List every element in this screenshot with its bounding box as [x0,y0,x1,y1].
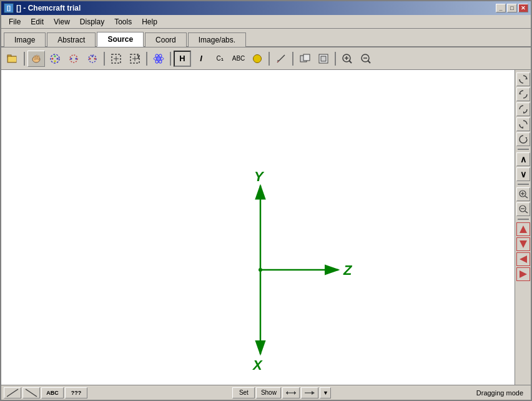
svg-marker-68 [294,391,296,395]
abc-label-button[interactable]: ABC [230,51,247,67]
menu-view[interactable]: View [49,16,75,27]
h-label-button[interactable]: H [174,51,191,67]
svg-point-8 [52,57,54,59]
move-up-button[interactable] [516,222,530,236]
rotate-alt1-button[interactable] [516,102,530,116]
qqq-button[interactable]: ??? [65,387,87,399]
maximize-button[interactable]: □ [507,4,517,12]
move-button[interactable] [84,51,101,67]
separator-3 [146,52,147,66]
arrow-right-status-button[interactable] [301,387,318,399]
svg-point-44 [259,268,262,272]
axes-svg: Y Z X [1,70,515,385]
tab-source[interactable]: Source [97,32,144,47]
main-window: [] [] - Chemcraft trial _ □ ✕ File Edit … [0,0,532,401]
select-button[interactable] [46,51,64,67]
circle-label-button[interactable] [249,51,266,67]
toolbar: H I C₁ ABC [1,47,531,70]
svg-point-13 [71,57,72,59]
separator-1 [24,52,25,66]
svg-marker-63 [520,270,527,278]
rotate-cw-button[interactable] [516,72,530,86]
rotate-ccw-button[interactable] [516,87,530,101]
tab-image[interactable]: Image [4,32,46,47]
svg-marker-52 [525,137,527,139]
svg-marker-62 [520,255,527,263]
box2-button[interactable] [315,51,332,67]
separator-7 [335,52,336,66]
zoom-right-in-button[interactable]: ∧ [516,152,530,166]
c1-label-button[interactable]: C₁ [211,51,229,67]
reset-view-button[interactable] [516,132,530,146]
svg-marker-51 [521,126,523,128]
window-title: [] - Chemcraft trial [16,4,81,12]
menu-bar: File Edit View Display Tools Help [1,15,531,29]
abc-button[interactable]: ABC [41,387,64,399]
move-down-button[interactable] [516,237,530,251]
zoom-in-button[interactable] [338,51,356,67]
zoom-plus-button[interactable] [516,187,530,201]
svg-marker-21 [137,57,139,59]
title-buttons: _ □ ✕ [496,4,528,12]
svg-rect-30 [303,54,310,61]
canvas-area[interactable]: Y Z X [1,70,515,385]
svg-point-11 [54,60,56,62]
atom-button[interactable] [150,51,167,67]
move-right-button[interactable] [516,267,530,281]
svg-point-18 [92,55,94,57]
svg-rect-5 [36,55,37,59]
svg-line-64 [7,389,18,397]
svg-marker-60 [520,225,527,233]
close-button[interactable]: ✕ [518,4,528,12]
svg-text:Y: Y [254,169,265,184]
zoom-out-button[interactable] [357,51,375,67]
svg-line-54 [525,196,528,198]
lasso-button[interactable] [65,51,82,67]
svg-marker-70 [312,391,315,395]
app-icon-text: [] [7,5,11,11]
menu-tools[interactable]: Tools [109,16,137,27]
svg-rect-1 [7,55,11,57]
rotate-alt2-button[interactable] [516,117,530,131]
dropdown-button[interactable]: ▼ [320,387,331,399]
swap-button[interactable] [282,387,300,399]
title-bar: [] [] - Chemcraft trial _ □ ✕ [1,1,531,15]
svg-marker-50 [523,111,525,113]
i-label-button[interactable]: I [192,51,210,67]
separator-right-3 [518,219,529,220]
zoom-right-out-button[interactable]: ∨ [516,167,530,181]
tab-coord[interactable]: Coord [145,32,187,47]
menu-help[interactable]: Help [137,16,162,27]
status-left: ABC ??? [4,387,87,399]
svg-marker-61 [520,240,527,248]
svg-rect-4 [34,56,36,60]
svg-rect-32 [321,56,326,61]
zoom-minus-button[interactable] [516,202,530,216]
diag-right-button[interactable] [22,387,40,399]
measure-button[interactable] [272,51,290,67]
set-button[interactable]: Set [232,387,255,399]
show-button[interactable]: Show [256,387,281,399]
title-bar-left: [] [] - Chemcraft trial [4,3,81,13]
move-left-button[interactable] [516,252,530,266]
open-button[interactable] [4,51,21,67]
svg-rect-2 [8,57,16,62]
diag-left-button[interactable] [4,387,21,399]
tab-imageabs[interactable]: Image/abs. [188,32,246,47]
separator-4 [170,52,171,66]
svg-rect-6 [38,56,39,60]
rotate-button[interactable] [126,51,144,67]
box1-button[interactable] [296,51,313,67]
main-area: Y Z X [1,70,531,385]
menu-edit[interactable]: Edit [26,16,49,27]
tab-abstract[interactable]: Abstract [47,32,96,47]
separator-right-1 [518,149,529,150]
frame-button[interactable] [107,51,125,67]
svg-line-65 [26,389,37,397]
right-panel: ∧ ∨ [515,70,531,385]
menu-file[interactable]: File [4,16,26,27]
menu-display[interactable]: Display [75,16,109,27]
tab-bar: Image Abstract Source Coord Image/abs. [1,29,531,47]
hand-button[interactable] [27,51,45,67]
minimize-button[interactable]: _ [496,4,506,12]
